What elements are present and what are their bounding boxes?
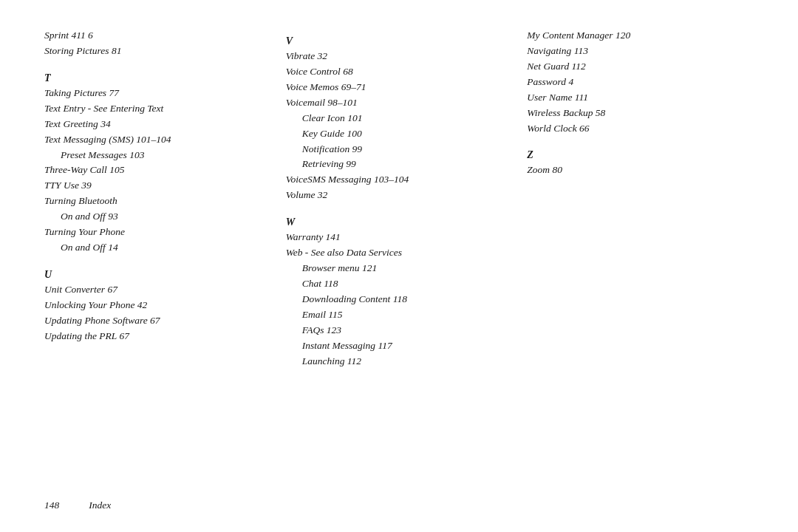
entry-downloading: Downloading Content 118 xyxy=(286,292,513,307)
entry-my-content-manager: My Content Manager 120 xyxy=(527,28,754,44)
entry-sprint: Sprint 411 6 xyxy=(44,28,271,44)
entry-browser-menu: Browser menu 121 xyxy=(286,261,513,276)
column-1: Sprint 411 6 Storing Pictures 81 T Takin… xyxy=(44,28,286,369)
entry-text-entry: Text Entry - See Entering Text xyxy=(44,101,271,117)
index-columns: Sprint 411 6 Storing Pictures 81 T Takin… xyxy=(44,28,754,369)
entry-wireless-backup: Wireless Backup 58 xyxy=(527,106,754,121)
column-3: My Content Manager 120 Navigating 113 Ne… xyxy=(527,28,754,369)
entry-taking-pictures: Taking Pictures 77 xyxy=(44,86,271,101)
entry-warranty: Warranty 141 xyxy=(286,230,513,245)
entry-vibrate: Vibrate 32 xyxy=(286,49,513,64)
entry-unlocking: Unlocking Your Phone 42 xyxy=(44,298,271,313)
entry-storing-pictures: Storing Pictures 81 xyxy=(44,44,271,59)
entry-zoom: Zoom 80 xyxy=(527,163,754,178)
entry-text-messaging: Text Messaging (SMS) 101–104 xyxy=(44,132,271,148)
entry-volume: Volume 32 xyxy=(286,188,513,203)
entry-tty-use: TTY Use 39 xyxy=(44,178,271,194)
entry-turning-bluetooth: Turning Bluetooth xyxy=(44,194,271,209)
page: Sprint 411 6 Storing Pictures 81 T Takin… xyxy=(0,0,798,532)
section-w: W xyxy=(286,216,513,228)
entry-voice-control: Voice Control 68 xyxy=(286,64,513,80)
entry-key-guide: Key Guide 100 xyxy=(286,126,513,142)
entry-on-off-93: On and Off 93 xyxy=(44,209,271,225)
entry-world-clock: World Clock 66 xyxy=(527,121,754,137)
entry-unit-converter: Unit Converter 67 xyxy=(44,282,271,298)
entry-chat: Chat 118 xyxy=(286,276,513,292)
entry-text-greeting: Text Greeting 34 xyxy=(44,117,271,132)
section-u: U xyxy=(44,269,271,281)
footer-page-number: 148 xyxy=(44,499,59,511)
entry-faqs: FAQs 123 xyxy=(286,323,513,338)
entry-navigating: Navigating 113 xyxy=(527,44,754,59)
footer-label: Index xyxy=(89,499,111,511)
entry-instant-messaging: Instant Messaging 117 xyxy=(286,338,513,354)
entry-launching: Launching 112 xyxy=(286,354,513,369)
entry-on-off-14: On and Off 14 xyxy=(44,240,271,256)
section-z: Z xyxy=(527,149,754,161)
section-t: T xyxy=(44,72,271,84)
entry-three-way-call: Three-Way Call 105 xyxy=(44,163,271,178)
footer: 148 Index xyxy=(44,499,111,511)
entry-voice-memos: Voice Memos 69–71 xyxy=(286,80,513,95)
entry-voicesms: VoiceSMS Messaging 103–104 xyxy=(286,172,513,188)
column-2: V Vibrate 32 Voice Control 68 Voice Memo… xyxy=(286,28,528,369)
entry-updating-prl: Updating the PRL 67 xyxy=(44,329,271,344)
section-v: V xyxy=(286,35,513,47)
entry-turning-phone: Turning Your Phone xyxy=(44,225,271,240)
entry-clear-icon: Clear Icon 101 xyxy=(286,111,513,126)
entry-password: Password 4 xyxy=(527,75,754,90)
entry-email: Email 115 xyxy=(286,307,513,323)
entry-preset-messages: Preset Messages 103 xyxy=(44,148,271,163)
entry-updating-software: Updating Phone Software 67 xyxy=(44,313,271,329)
entry-web: Web - See also Data Services xyxy=(286,245,513,261)
entry-retrieving: Retrieving 99 xyxy=(286,157,513,172)
entry-voicemail: Voicemail 98–101 xyxy=(286,95,513,111)
entry-username: User Name 111 xyxy=(527,90,754,106)
entry-net-guard: Net Guard 112 xyxy=(527,59,754,75)
entry-notification: Notification 99 xyxy=(286,142,513,157)
